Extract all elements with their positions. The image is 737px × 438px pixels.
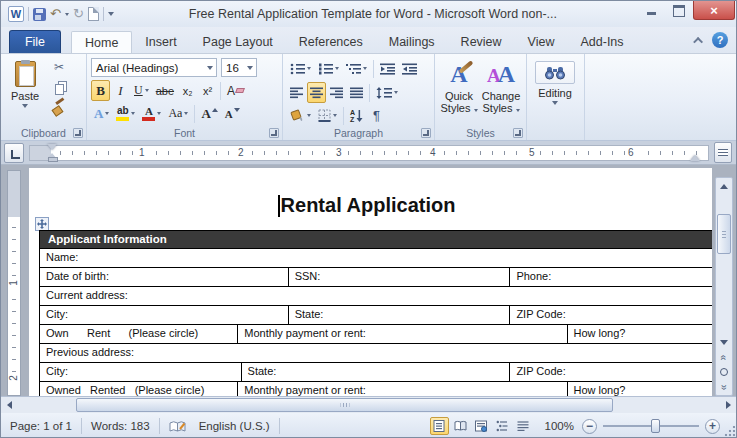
table-cell[interactable]: City: [40, 363, 242, 381]
shrink-font-button[interactable]: A [222, 103, 243, 124]
editing-button[interactable]: Editing [530, 57, 580, 125]
table-cell[interactable]: Monthly payment or rent: [238, 325, 567, 343]
justify-button[interactable] [347, 82, 366, 103]
italic-button[interactable]: I [111, 80, 130, 101]
undo-dropdown-arrow[interactable] [65, 13, 69, 16]
view-ruler-toggle-button[interactable] [714, 142, 732, 163]
vertical-scrollbar[interactable]: « « [715, 177, 733, 396]
change-styles-dropdown-arrow[interactable] [516, 109, 520, 112]
text-effects-button[interactable]: A [91, 103, 112, 124]
table-cell[interactable]: State: [242, 363, 511, 381]
underline-button[interactable]: U [131, 80, 152, 101]
redo-icon[interactable]: ↻ [73, 6, 84, 22]
text-effects-dropdown-arrow[interactable] [105, 112, 109, 115]
tab-review[interactable]: Review [448, 31, 515, 53]
horizontal-scrollbar[interactable] [1, 396, 736, 413]
table-move-handle[interactable] [35, 217, 49, 231]
table-cell[interactable]: Owned Rented (Please circle) [40, 382, 238, 396]
paste-button[interactable]: Paste [4, 57, 46, 125]
language-indicator[interactable]: English (U.S.) [195, 420, 279, 432]
document-page[interactable]: Rental Application Applicant Information… [29, 168, 712, 396]
quick-styles-button[interactable]: A Quick Styles [438, 57, 480, 125]
web-layout-view-button[interactable] [472, 417, 491, 435]
align-left-button[interactable] [287, 82, 306, 103]
show-hide-pilcrow-button[interactable]: ¶ [367, 105, 386, 126]
table-cell[interactable]: ZIP Code: [510, 363, 712, 381]
print-layout-view-button[interactable] [430, 417, 449, 435]
minimize-button[interactable] [637, 1, 665, 20]
tab-references[interactable]: References [286, 31, 376, 53]
horizontal-ruler[interactable]: 1 2 3 4 5 6 [29, 145, 709, 161]
numbering-dropdown-arrow[interactable] [335, 67, 339, 70]
table-header-row[interactable]: Applicant Information [39, 230, 712, 249]
quick-styles-dropdown-arrow[interactable] [474, 109, 478, 112]
scroll-up-button[interactable] [717, 179, 731, 193]
page-indicator[interactable]: Page: 1 of 1 [1, 420, 81, 432]
highlight-dropdown-arrow[interactable] [131, 112, 135, 115]
editing-dropdown-arrow[interactable] [552, 101, 558, 105]
font-color-dropdown-arrow[interactable] [157, 112, 161, 115]
maximize-button[interactable] [665, 1, 693, 20]
proofing-status-button[interactable] [160, 420, 195, 433]
resize-grip[interactable] [723, 426, 735, 438]
sort-button[interactable]: AZ [347, 105, 366, 126]
first-line-indent-marker[interactable] [47, 144, 57, 150]
line-spacing-button[interactable] [373, 82, 401, 103]
tab-view[interactable]: View [515, 31, 568, 53]
table-cell[interactable]: State: [289, 306, 511, 324]
tab-page-layout[interactable]: Page Layout [190, 31, 286, 53]
decrease-indent-button[interactable] [377, 58, 398, 79]
font-name-dropdown-arrow[interactable] [207, 66, 213, 70]
horizontal-scroll-thumb[interactable] [76, 398, 613, 412]
grow-font-button[interactable]: A [198, 103, 220, 124]
right-indent-marker[interactable] [690, 155, 700, 161]
table-cell[interactable]: How long? [568, 325, 712, 343]
increase-indent-button[interactable] [399, 58, 420, 79]
tab-home[interactable]: Home [71, 31, 132, 53]
format-painter-button[interactable] [48, 99, 70, 119]
tab-file[interactable]: File [9, 30, 61, 53]
bullets-button[interactable] [287, 58, 314, 79]
font-size-dropdown-arrow[interactable] [247, 66, 253, 70]
clipboard-dialog-launcher[interactable] [73, 128, 83, 138]
word-count-indicator[interactable]: Words: 183 [82, 420, 159, 432]
zoom-in-button[interactable]: + [705, 419, 720, 434]
full-screen-reading-view-button[interactable] [451, 417, 470, 435]
vertical-ruler[interactable]: 1 2 [7, 170, 21, 396]
styles-dialog-launcher[interactable] [513, 128, 523, 138]
vertical-scroll-thumb[interactable] [717, 214, 731, 254]
table-cell[interactable]: Own Rent (Please circle) [40, 325, 238, 343]
table-cell[interactable]: Date of birth: [40, 268, 289, 286]
font-size-combo[interactable]: 16 [221, 58, 257, 77]
hanging-indent-marker[interactable] [47, 153, 57, 162]
change-case-button[interactable]: Aa [165, 103, 191, 124]
table-cell[interactable]: City: [40, 306, 289, 324]
clear-formatting-button[interactable]: A [224, 80, 247, 101]
table-cell[interactable]: Name: [40, 249, 712, 267]
table-cell[interactable]: Current address: [40, 287, 712, 305]
table-cell[interactable]: SSN: [289, 268, 511, 286]
zoom-out-button[interactable]: − [582, 419, 597, 434]
scroll-down-button[interactable] [717, 335, 731, 349]
tab-stop-selector[interactable] [4, 143, 24, 163]
paragraph-dialog-launcher[interactable] [421, 128, 431, 138]
font-name-combo[interactable]: Arial (Headings) [91, 58, 217, 77]
new-document-icon[interactable] [88, 7, 99, 21]
copy-button[interactable] [48, 78, 70, 98]
select-browse-object-button[interactable] [717, 365, 731, 379]
close-button[interactable]: × [693, 1, 735, 20]
table-cell[interactable]: Previous address: [40, 344, 712, 362]
bold-button[interactable]: B [91, 80, 110, 101]
font-dialog-launcher[interactable] [269, 128, 279, 138]
table-cell[interactable]: Monthly payment or rent: [238, 382, 567, 396]
strikethrough-button[interactable]: abe [153, 80, 177, 101]
change-styles-button[interactable]: AA Change Styles [480, 57, 522, 125]
align-right-button[interactable] [327, 82, 346, 103]
align-center-button[interactable] [307, 82, 326, 103]
borders-dropdown-arrow[interactable] [333, 114, 337, 117]
change-case-dropdown-arrow[interactable] [184, 112, 188, 115]
bullets-dropdown-arrow[interactable] [307, 67, 311, 70]
zoom-level-label[interactable]: 100% [545, 420, 574, 432]
word-logo-icon[interactable]: W [8, 6, 24, 22]
previous-page-button[interactable]: « [717, 350, 731, 364]
